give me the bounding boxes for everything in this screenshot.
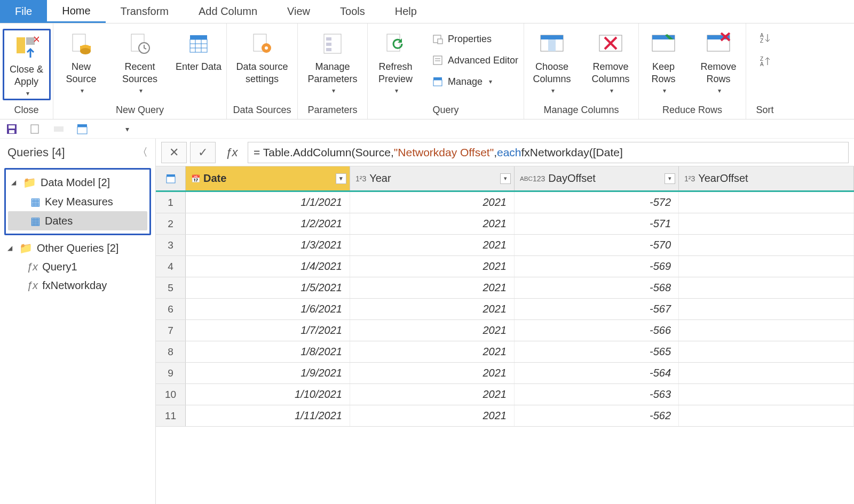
cell-date[interactable]: 1/8/2021 [186,341,350,362]
cell-year[interactable]: 2021 [350,363,515,383]
cell-yearoffset[interactable] [679,256,854,277]
cell-year[interactable]: 2021 [350,277,515,298]
table-row[interactable]: 51/5/20212021-568 [156,277,854,299]
remove-columns-button[interactable]: Remove Columns [586,29,635,95]
cell-dayoffset[interactable]: -562 [515,405,679,426]
table-row[interactable]: 31/3/20212021-570 [156,235,854,256]
cell-date[interactable]: 1/10/2021 [186,384,350,405]
menu-file[interactable]: File [0,0,47,23]
advanced-editor-button[interactable]: Advanced Editor [430,51,520,69]
column-header-year[interactable]: 1²3 Year ▾ [350,166,515,190]
cell-date[interactable]: 1/7/2021 [186,320,350,341]
choose-columns-button[interactable]: Choose Columns [527,29,576,95]
formula-cancel-button[interactable]: ✕ [161,142,187,163]
cell-date[interactable]: 1/5/2021 [186,277,350,298]
row-number[interactable]: 8 [156,341,186,362]
close-apply-button[interactable]: ✕ Close & Apply [5,31,48,98]
cell-dayoffset[interactable]: -569 [515,256,679,277]
remove-rows-button[interactable]: Remove Rows [694,29,742,95]
cell-dayoffset[interactable]: -563 [515,384,679,405]
table-row[interactable]: 11/1/20212021-572 [156,192,854,213]
table-row[interactable]: 71/7/20212021-566 [156,320,854,341]
formula-accept-button[interactable]: ✓ [190,142,216,163]
save-icon[interactable] [5,123,18,135]
cell-yearoffset[interactable] [679,363,854,383]
new-source-button[interactable]: New Source [57,29,106,95]
cell-date[interactable]: 1/2/2021 [186,213,350,234]
folder-other-queries[interactable]: ◢ 📁 Other Queries [2] [4,238,151,258]
qat-customize-icon[interactable]: ▾ [121,123,133,135]
table-row[interactable]: 91/9/20212021-564 [156,363,854,384]
row-number[interactable]: 7 [156,320,186,341]
query-fxnetworkday[interactable]: ƒx fxNetworkday [4,276,151,295]
row-number[interactable]: 5 [156,277,186,298]
row-number[interactable]: 11 [156,405,186,426]
row-number[interactable]: 4 [156,256,186,277]
menu-home[interactable]: Home [47,0,105,23]
data-source-settings-button[interactable]: Data source settings [230,29,294,85]
row-number[interactable]: 2 [156,213,186,234]
sort-desc-button[interactable]: ZA [757,52,773,70]
properties-button[interactable]: Properties [430,30,520,48]
manage-parameters-button[interactable]: Manage Parameters [301,29,364,95]
folder-data-model[interactable]: ◢ 📁 Data Model [2] [8,173,147,192]
menu-tools[interactable]: Tools [325,0,380,23]
grid-body[interactable]: 11/1/20212021-57221/2/20212021-57131/3/2… [156,192,854,504]
manage-button[interactable]: Manage [430,73,520,91]
cell-dayoffset[interactable]: -564 [515,363,679,383]
cell-year[interactable]: 2021 [350,192,515,213]
cell-yearoffset[interactable] [679,384,854,405]
menu-help[interactable]: Help [380,0,432,23]
column-header-dayoffset[interactable]: ABC123 DayOffset ▾ [515,166,679,190]
cell-date[interactable]: 1/11/2021 [186,405,350,426]
cell-dayoffset[interactable]: -571 [515,213,679,234]
cell-dayoffset[interactable]: -567 [515,299,679,319]
cell-date[interactable]: 1/9/2021 [186,363,350,383]
cell-date[interactable]: 1/6/2021 [186,299,350,319]
collapse-pane-icon[interactable]: 〈 [137,145,148,159]
row-number[interactable]: 3 [156,235,186,255]
cell-year[interactable]: 2021 [350,235,515,255]
column-date-filter-icon[interactable]: ▾ [336,173,346,184]
cell-yearoffset[interactable] [679,235,854,255]
cell-year[interactable]: 2021 [350,299,515,319]
table-row[interactable]: 41/4/20212021-569 [156,256,854,277]
cell-date[interactable]: 1/1/2021 [186,192,350,213]
column-header-yearoffset[interactable]: 1²3 YearOffset [679,166,854,190]
row-number[interactable]: 9 [156,363,186,383]
row-number[interactable]: 1 [156,192,186,213]
cell-year[interactable]: 2021 [350,405,515,426]
cell-year[interactable]: 2021 [350,384,515,405]
keep-rows-button[interactable]: Keep Rows [642,29,685,95]
cell-yearoffset[interactable] [679,277,854,298]
cell-yearoffset[interactable] [679,320,854,341]
cell-dayoffset[interactable]: -572 [515,192,679,213]
query-dates[interactable]: ▦ Dates [8,211,147,230]
cell-year[interactable]: 2021 [350,320,515,341]
row-number[interactable]: 6 [156,299,186,319]
cell-dayoffset[interactable]: -566 [515,320,679,341]
sort-asc-button[interactable]: AZ [757,29,773,47]
table-row[interactable]: 101/10/20212021-563 [156,384,854,405]
enter-data-button[interactable]: Enter Data [174,29,223,73]
menu-add-column[interactable]: Add Column [184,0,272,23]
cell-year[interactable]: 2021 [350,256,515,277]
cell-yearoffset[interactable] [679,405,854,426]
cell-year[interactable]: 2021 [350,213,515,234]
menu-view[interactable]: View [272,0,325,23]
column-year-filter-icon[interactable]: ▾ [500,173,511,184]
query-query1[interactable]: ƒx Query1 [4,258,151,276]
cell-yearoffset[interactable] [679,192,854,213]
cell-date[interactable]: 1/3/2021 [186,235,350,255]
cell-dayoffset[interactable]: -568 [515,277,679,298]
column-dayoffset-filter-icon[interactable]: ▾ [665,173,675,184]
qat-icon-2[interactable] [29,123,42,135]
row-number[interactable]: 10 [156,384,186,405]
cell-dayoffset[interactable]: -570 [515,235,679,255]
formula-input[interactable]: = Table.AddColumn(Source, "Networkday Of… [248,142,849,163]
cell-yearoffset[interactable] [679,299,854,319]
table-row[interactable]: 81/8/20212021-565 [156,341,854,363]
recent-sources-button[interactable]: Recent Sources [115,29,164,95]
cell-date[interactable]: 1/4/2021 [186,256,350,277]
cell-dayoffset[interactable]: -565 [515,341,679,362]
